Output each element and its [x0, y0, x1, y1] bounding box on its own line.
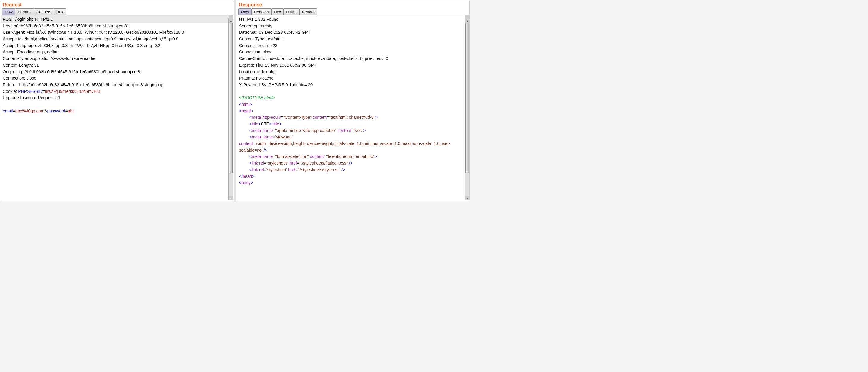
request-line: Content-Type: application/x-www-form-url…: [3, 56, 231, 62]
response-line: <!DOCTYPE html>: [239, 95, 467, 101]
response-line: [239, 88, 467, 95]
response-line: Pragma: no-cache: [239, 75, 467, 82]
tab-headers[interactable]: Headers: [251, 8, 272, 15]
request-line: POST /login.php HTTP/1.1: [1, 15, 233, 23]
tab-raw[interactable]: Raw: [239, 8, 252, 15]
request-line: Content-Length: 31: [3, 62, 231, 69]
request-tabs: RawParamsHeadersHex: [1, 8, 233, 15]
tab-hex[interactable]: Hex: [54, 8, 66, 15]
response-line: <meta name="apple-mobile-web-app-capable…: [239, 127, 467, 134]
request-line: Upgrade-Insecure-Requests: 1: [3, 95, 231, 101]
response-scrollbar[interactable]: ▴ ▾: [465, 19, 469, 200]
response-line: Cache-Control: no-store, no-cache, must-…: [239, 56, 467, 62]
scrollbar-up-icon[interactable]: ▴: [465, 19, 469, 23]
request-line: Accept-Encoding: gzip, deflate: [3, 49, 231, 56]
response-title: Response: [237, 1, 469, 8]
scrollbar-down-icon[interactable]: ▾: [229, 196, 233, 200]
response-line: X-Powered-By: PHP/5.5.9-1ubuntu4.29: [239, 82, 467, 88]
tab-html[interactable]: HTML: [283, 8, 299, 15]
request-line: Origin: http://b0db962b-6d82-4545-915b-1…: [3, 69, 231, 75]
main-container: Request RawParamsHeadersHex POST /login.…: [0, 0, 470, 201]
scrollbar-down-icon[interactable]: ▾: [465, 196, 469, 200]
response-line: <title>CTF</title>: [239, 121, 467, 127]
response-line: <meta name="format-detection" content="t…: [239, 153, 467, 160]
request-line: [3, 101, 231, 108]
request-line: Cookie: PHPSESSID=urs27qu9rnerkl2516tc5m…: [3, 88, 231, 95]
scrollbar-thumb[interactable]: [229, 23, 233, 173]
response-line: Content-Length: 523: [239, 42, 467, 49]
tab-params[interactable]: Params: [15, 8, 34, 15]
response-line: <meta name='viewport': [239, 134, 467, 141]
response-line: <link rel="stylesheet" href="./styleshee…: [239, 160, 467, 167]
request-title: Request: [1, 1, 233, 8]
response-line: <html>: [239, 101, 467, 108]
response-line: <head>: [239, 108, 467, 115]
request-line: Host: b0db962b-6d82-4545-915b-1e6a6530bb…: [3, 23, 231, 30]
response-tabs: RawHeadersHexHTMLRender: [237, 8, 469, 15]
response-line: Server: openresty: [239, 23, 467, 30]
response-line: <link rel='stylesheet' href='./styleshee…: [239, 167, 467, 173]
response-line: Location: index.php: [239, 69, 467, 75]
tab-raw[interactable]: Raw: [2, 8, 16, 15]
tab-render[interactable]: Render: [299, 8, 318, 15]
request-line: email=abc%40qq.com&password=abc: [3, 108, 231, 115]
request-line: Accept-Language: zh-CN,zh;q=0.8,zh-TW;q=…: [3, 42, 231, 49]
scrollbar-up-icon[interactable]: ▴: [229, 19, 233, 23]
tab-headers[interactable]: Headers: [34, 8, 54, 15]
tab-hex[interactable]: Hex: [271, 8, 284, 15]
panel-divider[interactable]: [234, 0, 236, 201]
response-line: <meta http-equiv="Content-Type" content=…: [239, 114, 467, 121]
request-line: Accept: text/html,application/xhtml+xml,…: [3, 36, 231, 42]
scrollbar-thumb[interactable]: [465, 23, 469, 173]
response-line: </head>: [239, 173, 467, 180]
response-content[interactable]: HTTP/1.1 302 FoundServer: openrestyDate:…: [237, 15, 469, 200]
response-panel: Response RawHeadersHexHTMLRender HTTP/1.…: [237, 1, 470, 200]
response-line: Expires: Thu, 19 Nov 1981 08:52:00 GMT: [239, 62, 467, 69]
request-line: User-Agent: Mozilla/5.0 (Windows NT 10.0…: [3, 29, 231, 36]
request-panel: Request RawParamsHeadersHex POST /login.…: [1, 1, 233, 200]
response-line: <body>: [239, 180, 467, 186]
request-scrollbar[interactable]: ▴ ▾: [228, 19, 233, 200]
request-line: Connection: close: [3, 75, 231, 82]
response-line: Date: Sat, 09 Dec 2023 02:45:42 GMT: [239, 29, 467, 36]
request-content[interactable]: POST /login.php HTTP/1.1Host: b0db962b-6…: [1, 15, 233, 200]
response-line: HTTP/1.1 302 Found: [239, 16, 467, 23]
response-line: Connection: close: [239, 49, 467, 56]
request-line: Referer: http://b0db962b-6d82-4545-915b-…: [3, 82, 231, 88]
response-line: Content-Type: text/html: [239, 36, 467, 42]
response-line: content='width=device-width,height=devic…: [239, 141, 467, 153]
